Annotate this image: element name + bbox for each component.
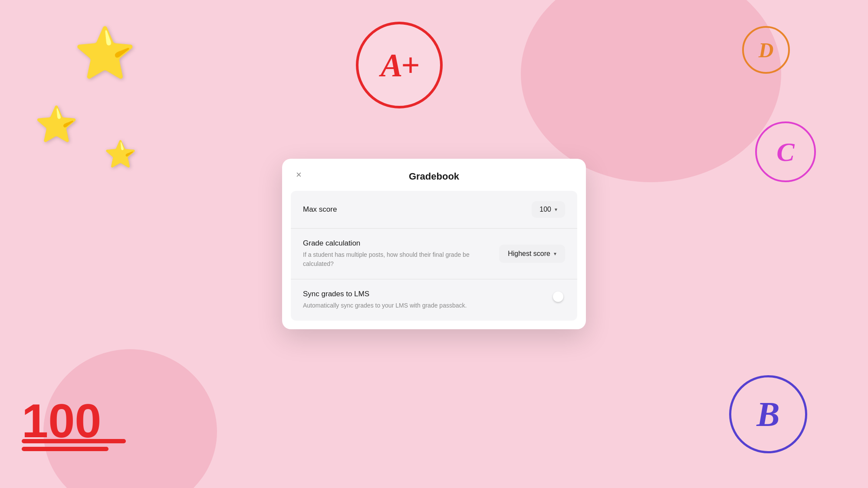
- grade-calculation-info: Grade calculation If a student has multi…: [303, 239, 485, 269]
- close-button[interactable]: ×: [296, 170, 302, 180]
- grade-calculation-desc: If a student has multiple posts, how sho…: [303, 250, 485, 269]
- gradebook-modal: × Gradebook Max score 100 ▾ Grade ca: [282, 159, 586, 329]
- grade-calculation-value: Highest score: [508, 250, 550, 258]
- modal-overlay: × Gradebook Max score 100 ▾ Grade ca: [0, 0, 868, 488]
- modal-header: × Gradebook: [282, 159, 586, 191]
- max-score-info: Max score: [303, 205, 337, 214]
- max-score-row: Max score 100 ▾: [291, 191, 577, 228]
- sync-grades-desc: Automatically sync grades to your LMS wi…: [303, 301, 467, 310]
- modal-title: Gradebook: [409, 171, 459, 182]
- sync-grades-label: Sync grades to LMS: [303, 290, 467, 298]
- sync-grades-row: Sync grades to LMS Automatically sync gr…: [291, 279, 577, 321]
- grade-calculation-label: Grade calculation: [303, 239, 485, 248]
- modal-body: Max score 100 ▾ Grade calculation If a s…: [291, 191, 577, 321]
- grade-calculation-dropdown[interactable]: Highest score ▾: [499, 245, 565, 263]
- max-score-dropdown[interactable]: 100 ▾: [532, 201, 565, 218]
- grade-calculation-chevron: ▾: [554, 251, 556, 257]
- max-score-value: 100: [539, 206, 551, 213]
- max-score-label: Max score: [303, 205, 337, 214]
- grade-calculation-row: Grade calculation If a student has multi…: [291, 228, 577, 279]
- max-score-chevron: ▾: [555, 206, 557, 213]
- grade-calculation-control: Highest score ▾: [499, 245, 565, 263]
- sync-grades-info: Sync grades to LMS Automatically sync gr…: [303, 290, 467, 310]
- max-score-control: 100 ▾: [532, 201, 565, 218]
